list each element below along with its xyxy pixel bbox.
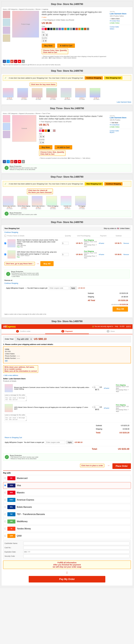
swatch-emerald[interactable] [81,28,84,30]
s3-visit-store[interactable]: ☆ Visit Store [110,122,131,124]
pm-boleto-radio[interactable] [4,506,6,508]
edit-address-link[interactable]: Edit [5,360,8,361]
pinterest-share-icon[interactable]: p [14,60,17,63]
s4-img-3[interactable] [32,196,42,205]
continue-shopping-text[interactable]: Continue Shopping [5,232,18,233]
cart-item-2-image[interactable] [8,250,16,258]
swatch-red[interactable] [44,28,47,30]
s4-img-5[interactable] [61,196,72,205]
pm-amex-radio[interactable] [4,499,6,501]
pm-yandex-radio[interactable] [4,528,6,530]
swatch-crimson[interactable] [76,28,78,30]
pm-tef[interactable]: TEF TEF - Transferencia Bancaria [3,511,131,518]
s6-seller-msg-input-1[interactable] [5,396,27,401]
swatch-blue[interactable] [56,28,58,30]
expiry-input[interactable] [23,550,129,554]
swatch-navy[interactable] [50,28,52,30]
thumb-1[interactable] [3,11,10,18]
s3-swatch-rose[interactable] [53,130,55,132]
pm-maestro[interactable]: MAE Maestro [3,490,131,496]
suggested-img-2[interactable] [17,88,28,98]
suggested-img-7[interactable] [90,88,100,98]
s4-continue-btn[interactable]: Continue Shopping [104,182,122,186]
swatch-lightblue[interactable] [61,28,64,30]
pm-visa[interactable]: VISA Visa [3,482,131,489]
pm-mastercard-radio[interactable] [4,477,6,479]
thumb-2[interactable] [3,19,10,26]
pm-yandex[interactable]: Ya Yandex.Money [3,526,131,532]
contact-now-link[interactable]: ✉ Contact Now [110,20,131,22]
cart-item-2-qty-input[interactable] [62,253,69,256]
swatch-darkgray[interactable] [73,28,75,30]
s3-pin-icon[interactable]: p [14,160,17,163]
pm-visa-radio[interactable] [4,484,6,486]
size-select[interactable]: SMLXL [42,33,48,36]
swatch-pink[interactable] [42,28,44,30]
email-share-icon[interactable]: @ [22,60,25,63]
pm-qiwi[interactable]: QIWI QIWI [3,533,131,539]
s4-img-4[interactable] [46,196,57,205]
cart-item-1-remove[interactable]: Remove [123,242,129,244]
swatch-green[interactable] [53,28,55,30]
security-input[interactable] [23,554,129,558]
suggested-img-5[interactable] [61,88,72,98]
return-to-cart-link[interactable]: Return to Shopping Cart [5,437,129,438]
s6-seller-msg-input-2[interactable] [5,416,27,421]
pm-boleto[interactable]: BOL Boleto Bancario [3,504,131,510]
thumb-4[interactable] [3,34,10,42]
s3-yt-icon[interactable]: ▶ [18,160,21,163]
pm-tef-radio[interactable] [4,513,6,515]
pm-maestro-radio[interactable] [4,492,6,494]
cart-item-1-image[interactable] [8,239,16,247]
cardholder-input[interactable] [23,542,129,545]
buy-now-button[interactable]: Buy Now [42,44,55,48]
pm-mastercard[interactable]: MC Mastercard [3,475,131,482]
place-order-button[interactable]: Place Order [112,463,131,469]
s3-contact-link[interactable]: Contact Seller [110,130,131,132]
youtube-share-icon[interactable]: ▶ [18,60,21,63]
pay-my-order-button[interactable]: Pay My Order [29,576,105,582]
cart-item-1-qty-input[interactable] [62,242,69,245]
s4-view-cart-button[interactable]: View Shopping Cart [85,182,103,186]
s3-tw-icon[interactable]: t [7,160,10,163]
thumb-3[interactable] [3,26,10,34]
pay-usd-select[interactable]: Pay with USD [15,337,32,341]
swatch-yellow[interactable] [78,28,81,30]
cart-item-2-checkbox[interactable] [5,254,6,255]
suggested-img-3[interactable] [32,88,42,98]
s5-checkout-button[interactable]: Buy All [40,261,54,266]
s3-contact-seller[interactable]: ✉ ContactNow [110,124,131,126]
swatch-gray[interactable] [70,28,72,30]
swatch-teal[interactable] [67,28,70,30]
s3-swatch-black[interactable] [47,130,50,132]
pm-webmoney[interactable]: WM WebMoney [3,518,131,525]
seller-name[interactable]: Luke Garment Store [110,13,131,15]
swatch-orange[interactable] [64,28,66,30]
pm-amex[interactable]: AMEX American Express [3,497,131,503]
s3-em-icon[interactable]: @ [22,160,25,163]
lang-display[interactable]: 选语言 [126,326,131,328]
s3-thumb-1[interactable] [3,115,10,122]
pm-qiwi-radio[interactable] [4,535,6,537]
s3-qty-select[interactable]: 12 [39,141,44,144]
facebook-share-icon[interactable]: f [3,60,6,63]
s3-gp-icon[interactable]: g+ [10,160,14,163]
s3-buy-now-button[interactable]: Buy Now [39,145,52,150]
s6-coupon-input[interactable] [45,441,65,444]
add-new-address-link[interactable]: + Add a new address [3,374,131,376]
cart-item-1-checkbox[interactable] [5,242,6,244]
swatch-silver[interactable] [87,28,89,30]
s3-swatch-orange[interactable] [45,130,47,132]
s6-item-1-qty-input[interactable] [94,386,99,389]
s3-fb-icon[interactable]: f [3,160,6,163]
sellers-link[interactable]: Sellers [110,28,131,30]
suggested-img-1[interactable] [3,88,14,98]
s3-swatch-red[interactable] [42,130,44,132]
qty-select[interactable]: 123 [42,39,47,42]
s4-img-6[interactable] [75,196,86,205]
select-all-checkbox[interactable] [5,235,6,236]
googleplus-share-icon[interactable]: g+ [10,60,14,63]
coupon-input[interactable] [48,286,69,290]
cardno-input[interactable] [23,546,129,550]
s3-thumb-3[interactable] [3,131,10,138]
